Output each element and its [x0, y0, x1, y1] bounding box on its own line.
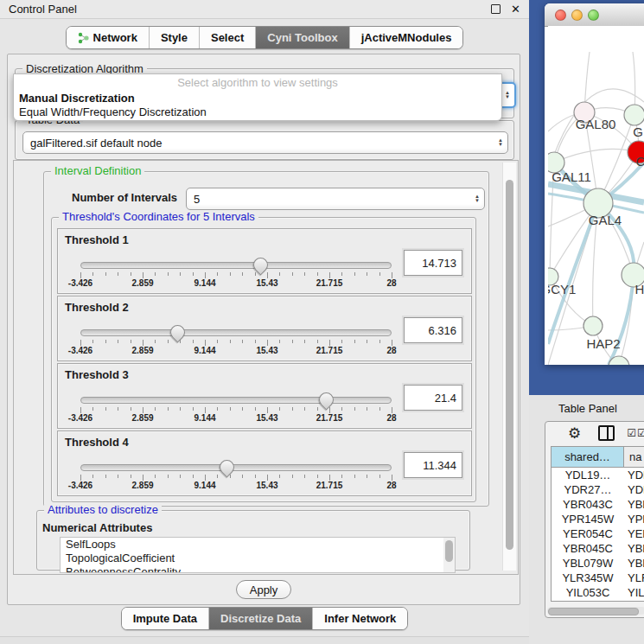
tick-mark — [168, 272, 169, 276]
threshold-value-field[interactable]: 14.713 — [404, 250, 462, 276]
cell-name[interactable]: YBR0 — [624, 497, 644, 512]
tick-mark — [92, 475, 93, 478]
num-intervals-combobox[interactable]: 5 ▲▼ — [186, 188, 485, 210]
cell-shared-name[interactable]: YPR145W — [552, 512, 624, 526]
apply-button[interactable]: Apply — [236, 580, 291, 599]
cell-name[interactable]: YIL0 — [624, 585, 644, 600]
node[interactable] — [624, 105, 644, 125]
table-row[interactable]: YER054CYER0 — [552, 526, 644, 541]
cell-name[interactable]: YBR0 — [624, 541, 644, 556]
cell-shared-name[interactable]: YBR045C — [552, 541, 624, 556]
group-title: Threshold's Coordinates for 5 Intervals — [59, 211, 258, 223]
table-row[interactable]: YPR145WYPR1 — [552, 512, 644, 526]
table-data-combobox[interactable]: galFiltered.sif default node ▲▼ — [22, 131, 508, 154]
tick-mark — [105, 340, 106, 343]
tick-mark — [392, 340, 392, 346]
tick-mark — [193, 407, 194, 411]
threshold-value-field[interactable]: 11.344 — [404, 452, 462, 478]
table-toolbar: ⚙ ☑☑ — [545, 422, 644, 444]
threshold-value-field[interactable]: 21.4 — [404, 385, 462, 411]
tab-cyni-toolbox[interactable]: Cyni Toolbox — [255, 27, 348, 48]
threshold-slider[interactable] — [80, 464, 392, 471]
tick-mark — [341, 407, 342, 411]
popup-item-equal-width-frequency[interactable]: Equal Width/Frequency Discretization — [14, 105, 501, 119]
network-window-titlebar[interactable] — [545, 3, 644, 27]
cell-shared-name[interactable]: YLR345W — [552, 571, 624, 585]
cell-shared-name[interactable]: YBL079W — [552, 556, 624, 571]
tab-discretize-data[interactable]: Discretize Data — [208, 608, 312, 629]
table-row[interactable]: YBL079WYBL0 — [552, 556, 644, 571]
cell-name[interactable]: YLR3 — [624, 571, 644, 585]
threshold-box: Threshold 2-3.4262.8599.14415.4321.71528… — [57, 296, 472, 361]
cell-shared-name[interactable]: YBR043C — [552, 497, 624, 512]
cell-name[interactable]: YER0 — [624, 526, 644, 541]
tab-infer-network[interactable]: Infer Network — [312, 608, 407, 629]
mac-minimize-button[interactable] — [571, 10, 583, 21]
cytoscape-desktop: GAL80GCGAL11GAL4GCY1HHAP2 — [529, 0, 644, 395]
tick-mark — [279, 340, 280, 343]
attribute-list-item[interactable]: SelfLoops — [61, 538, 455, 552]
column-header-shared-name[interactable]: shared… — [552, 447, 624, 468]
tick-label: 15.43 — [256, 278, 277, 288]
select-columns-checkboxes-icon[interactable]: ☑☑ — [627, 427, 644, 439]
attribute-list-item[interactable]: BetweennessCentrality — [61, 565, 455, 573]
network-view-window[interactable]: GAL80GCGAL11GAL4GCY1HHAP2 — [545, 3, 644, 365]
slider-track[interactable] — [80, 397, 392, 404]
close-icon[interactable]: ✕ — [511, 3, 520, 16]
network-canvas[interactable]: GAL80GCGAL11GAL4GCY1HHAP2 — [548, 26, 644, 365]
attribute-list-item[interactable]: TopologicalCoefficient — [61, 552, 455, 565]
table-row[interactable]: YBR045CYBR0 — [552, 541, 644, 556]
HAP2-node[interactable] — [583, 316, 603, 335]
cell-name[interactable]: YBL0 — [624, 556, 644, 571]
table-row[interactable]: YLR345WYLR3 — [552, 571, 644, 585]
threshold-value-field[interactable]: 6.316 — [404, 317, 462, 343]
tick-label: 9.144 — [194, 346, 215, 355]
column-header-name[interactable]: na — [624, 447, 644, 468]
tab-network[interactable]: Network — [67, 27, 149, 48]
tab-style[interactable]: Style — [149, 27, 199, 48]
tick-mark — [131, 407, 131, 411]
numerical-attributes-list[interactable]: SelfLoopsTopologicalCoefficientBetweenne… — [60, 537, 456, 573]
cell-name[interactable]: YPR1 — [624, 512, 644, 526]
network-icon — [78, 32, 89, 44]
table-row[interactable]: YDR27…YDR2 — [552, 482, 644, 497]
tab-jactivemnodules[interactable]: jActiveMNodules — [349, 27, 463, 48]
tick-mark — [180, 340, 181, 343]
slider-ticks — [80, 407, 392, 413]
list-scrollbar[interactable] — [443, 538, 455, 572]
tab-label: Select — [211, 31, 244, 44]
tick-mark — [168, 407, 169, 411]
popup-placeholder: Select algorithm to view settings — [14, 74, 501, 92]
tick-mark — [255, 475, 256, 478]
cell-shared-name[interactable]: YDL19… — [552, 468, 624, 482]
table-row[interactable]: YIL053CYIL0 — [552, 585, 644, 600]
tick-mark — [329, 407, 330, 413]
gear-icon[interactable]: ⚙ — [568, 426, 581, 441]
horizontal-scrollbar[interactable] — [547, 607, 644, 615]
slider-track[interactable] — [80, 262, 392, 269]
slider-track[interactable] — [80, 329, 392, 336]
threshold-slider[interactable] — [80, 397, 392, 404]
network-graph: GAL80GCGAL11GAL4GCY1HHAP2 — [548, 26, 644, 365]
tick-mark — [329, 340, 330, 346]
float-window-icon[interactable] — [491, 4, 501, 14]
vertical-scrollbar[interactable] — [502, 163, 516, 571]
tick-mark — [168, 475, 169, 478]
cell-name[interactable]: YDL1 — [624, 468, 644, 482]
cell-shared-name[interactable]: YDR27… — [552, 482, 624, 497]
tick-mark — [329, 475, 330, 481]
cell-shared-name[interactable]: YIL053C — [552, 585, 624, 600]
table-row[interactable]: YBR043CYBR0 — [552, 497, 644, 512]
threshold-slider[interactable] — [80, 262, 392, 269]
tab-impute-data[interactable]: Impute Data — [122, 608, 208, 629]
mac-zoom-button[interactable] — [588, 10, 599, 21]
tab-select[interactable]: Select — [199, 27, 255, 48]
slider-track[interactable] — [80, 464, 392, 471]
cell-shared-name[interactable]: YER054C — [552, 526, 624, 541]
threshold-slider[interactable] — [80, 329, 392, 336]
popup-item-manual-discretization[interactable]: Manual Discretization — [14, 92, 501, 105]
cell-name[interactable]: YDR2 — [624, 482, 644, 497]
split-columns-icon[interactable] — [598, 425, 615, 441]
table-row[interactable]: YDL19…YDL1 — [552, 468, 644, 482]
mac-close-button[interactable] — [555, 10, 566, 21]
